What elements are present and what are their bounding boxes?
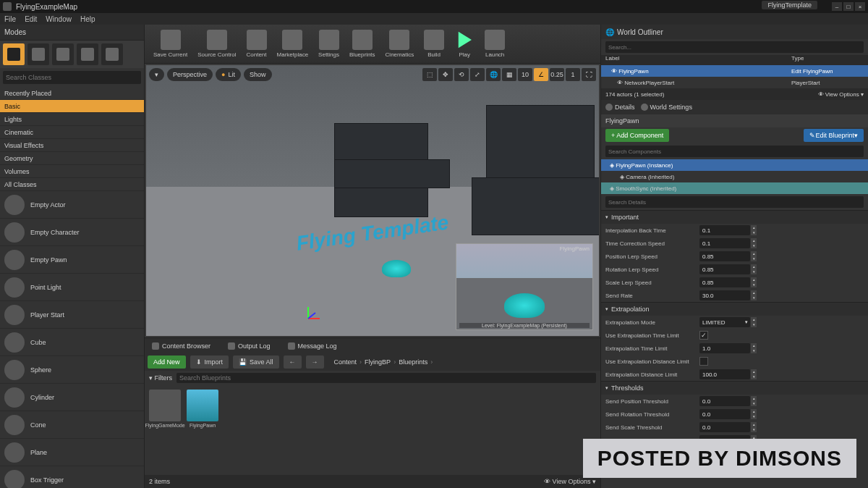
lit-dropdown[interactable]: ●Lit — [216, 68, 241, 81]
component-flyingpawn-instance-[interactable]: ◈ FlyingPawn (Instance) — [601, 159, 868, 171]
actor-empty-actor[interactable]: Empty Actor — [0, 191, 144, 219]
perspective-dropdown[interactable]: Perspective — [167, 68, 213, 81]
outliner-view-options[interactable]: 👁 View Options ▾ — [818, 91, 864, 98]
transform-move-button[interactable]: ✥ — [438, 68, 453, 81]
snap-angle-value[interactable]: 10 — [518, 68, 532, 81]
spinner[interactable]: ▴▾ — [751, 343, 757, 353]
section-header-thresholds[interactable]: Thresholds — [601, 382, 868, 395]
search-details-input[interactable]: Search Details — [605, 196, 864, 208]
category-volumes[interactable]: Volumes — [0, 165, 144, 178]
checkbox[interactable] — [699, 331, 708, 340]
mode-paint[interactable] — [27, 43, 49, 65]
property-value-input[interactable]: 0.0 — [699, 409, 750, 419]
import-button[interactable]: ⬇ Import — [190, 356, 229, 369]
viewport-menu-button[interactable]: ▾ — [149, 68, 164, 81]
actor-empty-pawn[interactable]: Empty Pawn — [0, 246, 144, 274]
close-button[interactable]: × — [855, 2, 865, 11]
tab-message-log[interactable]: Message Log — [284, 341, 341, 351]
tab-world-settings[interactable]: World Settings — [641, 104, 692, 111]
spinner[interactable]: ▴▾ — [751, 422, 757, 432]
save-current-button[interactable]: Save Current — [149, 28, 192, 59]
show-dropdown[interactable]: Show — [244, 68, 272, 81]
category-cinematic[interactable]: Cinematic — [0, 126, 144, 139]
minimize-button[interactable]: – — [832, 2, 842, 11]
viewport-maximize-button[interactable]: ⛶ — [582, 68, 596, 81]
component-smoothsync-inherited-[interactable]: ◈ SmoothSync (Inherited) — [601, 182, 868, 194]
inset-preview[interactable]: FlyingPawn Level: FlyingExampleMap (Pers… — [456, 243, 593, 330]
property-value-input[interactable]: 0.1 — [699, 238, 750, 248]
transform-rotate-button[interactable]: ⟲ — [454, 68, 469, 81]
menu-help[interactable]: Help — [80, 15, 95, 23]
section-header-important[interactable]: Important — [601, 211, 868, 224]
nav-forward-button[interactable]: → — [306, 356, 324, 369]
menu-file[interactable]: File — [4, 15, 16, 23]
build-button[interactable]: Build — [420, 28, 448, 59]
actor-sphere[interactable]: Sphere — [0, 356, 144, 384]
asset-flyinggamemode[interactable]: FlyingGameMode — [149, 390, 181, 428]
mode-landscape[interactable] — [52, 43, 74, 65]
spinner[interactable]: ▴▾ — [751, 396, 757, 406]
add-component-button[interactable]: + Add Component — [605, 129, 669, 142]
search-classes-input[interactable]: Search Classes — [3, 71, 141, 84]
property-value-input[interactable]: 30.0 — [699, 290, 750, 300]
view-options-button[interactable]: 👁 View Options ▾ — [544, 478, 596, 485]
save-all-button[interactable]: 💾 Save All — [233, 356, 279, 369]
menu-edit[interactable]: Edit — [25, 15, 37, 23]
snap-grid-button[interactable]: ▦ — [502, 68, 516, 81]
property-value-input[interactable]: 0.0 — [699, 422, 750, 432]
property-value-input[interactable]: 0.1 — [699, 225, 750, 235]
mode-place[interactable] — [3, 43, 25, 65]
section-header-extrapolation[interactable]: Extrapolation — [601, 303, 868, 316]
property-value-input[interactable]: 0.0 — [699, 396, 750, 406]
menu-window[interactable]: Window — [46, 15, 72, 23]
crumb-blueprints[interactable]: Blueprints — [399, 358, 427, 366]
blueprints-button[interactable]: Blueprints — [345, 28, 380, 59]
category-recently-placed[interactable]: Recently Placed — [0, 87, 144, 100]
component-camera-inherited-[interactable]: ◈ Camera (Inherited) — [601, 171, 868, 182]
crumb-flyingbp[interactable]: FlyingBP — [365, 358, 391, 366]
snap-scale-value[interactable]: 0.25 — [550, 68, 564, 81]
camera-speed-button[interactable]: 1 — [566, 68, 580, 81]
spinner[interactable]: ▴▾ — [751, 369, 757, 379]
transform-select-button[interactable]: ⬚ — [422, 68, 437, 81]
spinner[interactable]: ▴▾ — [751, 409, 757, 419]
maximize-button[interactable]: □ — [843, 2, 854, 11]
transform-scale-button[interactable]: ⤢ — [470, 68, 485, 81]
actor-box-trigger[interactable]: Box Trigger — [0, 466, 144, 488]
actor-plane[interactable]: Plane — [0, 439, 144, 466]
category-basic[interactable]: Basic — [0, 100, 144, 113]
property-value-input[interactable]: 0.85 — [699, 277, 750, 287]
source-control-button[interactable]: Source Control — [193, 28, 240, 59]
search-assets-input[interactable]: Search Blueprints — [176, 373, 596, 383]
marketplace-button[interactable]: Marketplace — [273, 28, 313, 59]
asset-flyingpawn[interactable]: FlyingPawn — [187, 390, 218, 428]
property-value-input[interactable]: 0.85 — [699, 264, 750, 274]
launch-button[interactable]: Launch — [480, 28, 509, 59]
nav-back-button[interactable]: ← — [284, 356, 302, 369]
content-button[interactable]: Content — [242, 28, 271, 59]
actor-empty-character[interactable]: Empty Character — [0, 219, 144, 246]
property-value-input[interactable]: 0.85 — [699, 251, 750, 261]
actor-point-light[interactable]: Point Light — [0, 274, 144, 301]
edit-blueprint-button[interactable]: ✎ Edit Blueprint ▾ — [804, 129, 864, 142]
category-all-classes[interactable]: All Classes — [0, 178, 144, 191]
search-components-input[interactable]: Search Components — [605, 146, 864, 157]
category-geometry[interactable]: Geometry — [0, 152, 144, 165]
viewport-3d-scene[interactable]: Flying Template FlyingPawn Level: Flying… — [146, 65, 599, 336]
tab-content-browser[interactable]: Content Browser — [148, 341, 215, 351]
mode-geometry[interactable] — [101, 43, 123, 65]
spinner[interactable]: ▴▾ — [751, 251, 757, 261]
crumb-content[interactable]: Content — [334, 358, 357, 366]
add-new-button[interactable]: Add New — [148, 356, 186, 369]
spinner[interactable]: ▴▾ — [751, 317, 757, 327]
property-value-input[interactable]: LIMITED — [699, 317, 750, 327]
mode-foliage[interactable] — [77, 43, 98, 65]
coord-space-button[interactable]: 🌐 — [486, 68, 501, 81]
outliner-row-flyingpawn[interactable]: 👁 FlyingPawnEdit FlyingPawn — [601, 65, 868, 77]
actor-cylinder[interactable]: Cylinder — [0, 384, 144, 411]
category-visual-effects[interactable]: Visual Effects — [0, 139, 144, 152]
play-button[interactable]: Play — [450, 28, 479, 59]
filters-dropdown[interactable]: ▾ Filters — [149, 374, 172, 382]
property-value-input[interactable]: 100.0 — [699, 369, 750, 379]
actor-cube[interactable]: Cube — [0, 329, 144, 356]
